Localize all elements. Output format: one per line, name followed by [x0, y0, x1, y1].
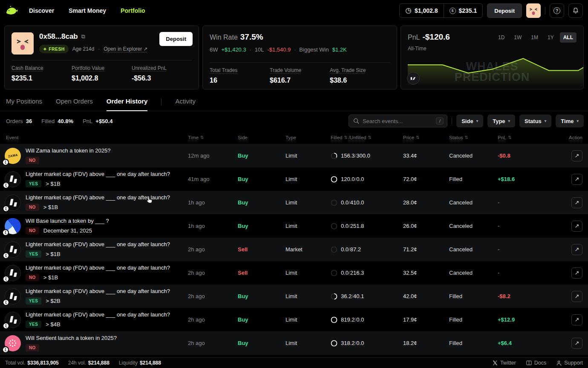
header-filled[interactable]: Filled: [331, 135, 342, 140]
h24-vol-value: $214,888: [88, 360, 110, 366]
table-row[interactable]: ξ Lighter market cap (FDV) above ___ one…: [0, 191, 588, 214]
header-pnl[interactable]: PnL: [498, 135, 506, 140]
tradingview-logo[interactable]: [407, 72, 420, 85]
search-input[interactable]: [363, 118, 432, 124]
user-avatar[interactable]: [526, 3, 541, 18]
open-market-button[interactable]: ↗: [571, 174, 582, 185]
header-status[interactable]: Status: [449, 135, 463, 140]
table-row[interactable]: ξ Lighter market cap (FDV) above ___ one…: [0, 308, 588, 331]
header-event[interactable]: Event: [6, 135, 18, 140]
header-unfilled[interactable]: /Unfilled: [349, 135, 366, 140]
event-title[interactable]: Lighter market cap (FDV) above ___ one d…: [26, 241, 170, 247]
open-market-button[interactable]: ↗: [571, 244, 582, 255]
notifications-button[interactable]: [568, 3, 583, 18]
event-title[interactable]: Will Base launch a token by ___ ?: [26, 218, 109, 224]
pnl-title: PnL-$120.6: [408, 32, 450, 42]
time-cell: 2h ago: [188, 246, 238, 253]
sort-icon[interactable]: ⇅: [368, 135, 371, 140]
table-header: Event Time⇅ Side Type Filled⇅ /Unfilled⇅…: [0, 131, 588, 144]
fill-progress-icon: [331, 199, 337, 206]
open-market-button[interactable]: ↗: [571, 197, 582, 208]
fill-progress-icon: [331, 340, 337, 347]
unfilled-amount: 216.3: [350, 270, 364, 276]
range-1m[interactable]: 1M: [527, 32, 542, 43]
table-row[interactable]: ξ Lighter market cap (FDV) above ___ one…: [0, 167, 588, 191]
table-row[interactable]: ξ Lighter market cap (FDV) above ___ one…: [0, 238, 588, 261]
external-link-icon: ↗: [144, 46, 148, 52]
price-cell: 26.0¢: [403, 223, 449, 229]
copy-icon[interactable]: ⧉: [81, 33, 85, 40]
sort-icon[interactable]: ⇅: [416, 135, 419, 140]
face-avatar-icon: [12, 32, 34, 55]
nav-item-smart-money[interactable]: Smart Money: [69, 7, 106, 14]
tab-my-positions[interactable]: My Positions: [6, 98, 42, 111]
fill-cell: 318.2/0.0: [331, 340, 403, 347]
event-title[interactable]: Lighter market cap (FDV) above ___ one d…: [26, 311, 170, 318]
unrealized-pnl-label: Unrealized PnL: [132, 65, 192, 71]
sort-icon[interactable]: ⇅: [465, 135, 468, 140]
portfolio-value-stat: $1,002.8: [72, 75, 132, 82]
tab-order-history[interactable]: Order History: [107, 98, 148, 111]
sort-icon[interactable]: ⇅: [344, 135, 347, 140]
type-cell: Limit: [285, 199, 331, 206]
side-cell: Sell: [238, 246, 285, 253]
sort-icon[interactable]: ⇅: [200, 135, 204, 140]
open-market-button[interactable]: ↗: [571, 338, 582, 349]
table-row[interactable]: ξ Will Base launch a token by ___ ? NO D…: [0, 214, 588, 238]
event-title[interactable]: Lighter market cap (FDV) above ___ one d…: [26, 171, 170, 177]
event-title[interactable]: Will Sentient launch a token in 2025?: [26, 335, 117, 341]
nav-item-discover[interactable]: Discover: [29, 7, 54, 14]
nav-deposit-button[interactable]: Deposit: [487, 3, 522, 18]
header-side[interactable]: Side: [238, 135, 248, 140]
range-all[interactable]: ALL: [560, 32, 576, 43]
market-avatar: ξ: [5, 265, 21, 281]
open-market-button[interactable]: ↗: [571, 221, 582, 232]
chevron-down-icon: ▾: [545, 119, 547, 123]
brand-whale-logo[interactable]: [4, 4, 19, 17]
fill-progress-icon: [331, 152, 337, 159]
range-1y[interactable]: 1Y: [544, 32, 557, 43]
portfolio-balance-pill[interactable]: $1,002.8: [400, 7, 444, 14]
table-row[interactable]: ξ Lighter market cap (FDV) above ___ one…: [0, 285, 588, 308]
filter-side[interactable]: Side▾: [456, 115, 483, 127]
cash-balance-pill[interactable]: $ $235.1: [444, 7, 483, 14]
event-title[interactable]: Will Zama launch a token in 2025?: [26, 147, 110, 154]
header-time[interactable]: Time: [188, 135, 199, 140]
event-title[interactable]: Lighter market cap (FDV) above ___ one d…: [26, 194, 170, 201]
summary-pnl-value: +$50.4: [95, 118, 112, 124]
nav-item-portfolio[interactable]: Portfolio: [121, 7, 145, 14]
nav-divider: [545, 7, 545, 14]
table-row[interactable]: ξ Will Sentient launch a token in 2025? …: [0, 331, 588, 355]
range-1d[interactable]: 1D: [495, 32, 508, 43]
market-avatar: ξ: [5, 171, 21, 187]
open-market-button[interactable]: ↗: [571, 314, 582, 325]
open-market-button[interactable]: ↗: [571, 291, 582, 302]
outcome-badge: NO: [26, 157, 39, 164]
support-link[interactable]: Support: [556, 360, 583, 366]
filter-time[interactable]: Time▾: [556, 115, 584, 127]
help-button[interactable]: ?: [550, 3, 564, 18]
range-1w[interactable]: 1W: [510, 32, 525, 43]
fill-cell: 819.2/0.0: [331, 316, 403, 323]
sort-icon[interactable]: ⇅: [508, 135, 511, 140]
pnl-card: PnL-$120.6 1D 1W 1M 1Y ALL All-Time WHAL…: [401, 26, 584, 89]
event-title[interactable]: Lighter market cap (FDV) above ___ one d…: [26, 288, 170, 294]
table-row[interactable]: ZAMA ξ Will Zama launch a token in 2025?…: [0, 144, 588, 167]
tab-open-orders[interactable]: Open Orders: [56, 98, 93, 111]
tab-activity[interactable]: Activity: [175, 98, 196, 111]
twitter-link[interactable]: Twitter: [493, 360, 516, 366]
wallet-deposit-button[interactable]: Deposit: [159, 32, 193, 46]
header-type[interactable]: Type: [285, 135, 296, 140]
header-price[interactable]: Price: [403, 135, 414, 140]
docs-link[interactable]: Docs: [526, 360, 546, 366]
filter-status[interactable]: Status▾: [519, 115, 551, 127]
open-market-button[interactable]: ↗: [571, 267, 582, 279]
time-cell: 2h ago: [188, 340, 238, 346]
event-title[interactable]: Lighter market cap (FDV) above ___ one d…: [26, 264, 170, 271]
table-row[interactable]: ξ Lighter market cap (FDV) above ___ one…: [0, 261, 588, 285]
summary-pnl-label: PnL: [83, 118, 92, 124]
open-market-button[interactable]: ↗: [571, 150, 582, 161]
filter-type[interactable]: Type▾: [487, 115, 515, 127]
trade-volume-label: Trade Volume: [270, 67, 330, 73]
explorer-link[interactable]: Open in Explorer ↗: [104, 46, 147, 52]
